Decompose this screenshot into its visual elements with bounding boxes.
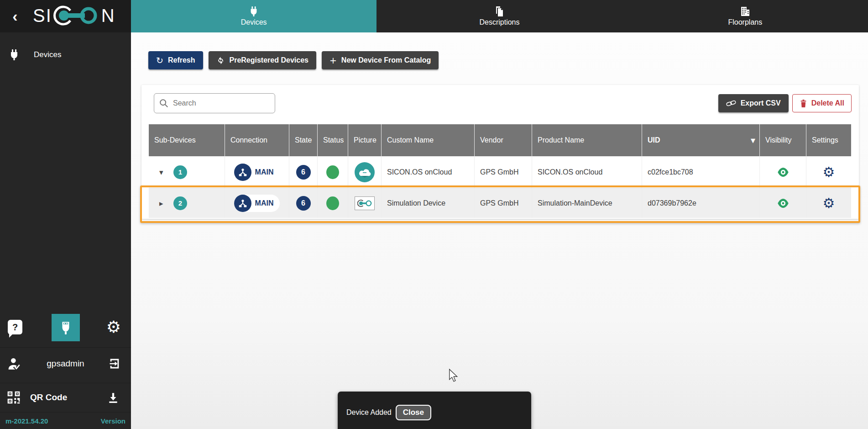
cell-visibility [760,188,806,218]
delete-all-label: Delete All [811,99,844,107]
cell-picture [348,188,382,218]
plug-icon [59,320,73,335]
version-row: m-2021.54.20 Version [0,412,131,429]
preregistered-devices-button[interactable]: PreRegistered Devices [209,51,316,69]
settings-gear-icon[interactable]: ⚙ [823,196,835,210]
state-badge[interactable]: 6 [296,165,311,180]
column-header-custom-name[interactable]: Custom Name [382,124,475,156]
tab-label: Descriptions [479,18,519,26]
sort-desc-icon[interactable]: ▼ [751,137,755,144]
cell-status [318,156,348,188]
column-header-visibility[interactable]: Visibility [760,124,806,156]
mouse-cursor [448,369,460,382]
device-hub-icon [234,195,251,212]
column-header-uid[interactable]: UID ▼ [642,124,760,156]
column-header-product-name[interactable]: Product Name [532,124,642,156]
help-icon[interactable]: ? [8,320,22,334]
qr-code-icon[interactable] [6,390,21,405]
qr-code-label: QR Code [30,392,67,403]
plug-icon [249,6,259,17]
cell-custom-name: SICON.OS onCloud [382,156,475,188]
cell-product-name: Simulation-MainDevice [532,188,642,218]
tab-devices[interactable]: Devices [131,0,376,32]
tab-descriptions[interactable]: Descriptions [376,0,622,32]
sync-icon [216,56,225,65]
gear-icon[interactable]: ⚙ [106,317,121,337]
card-toolbar: Export CSV Delete All [141,85,859,113]
user-row: gpsadmin [0,347,131,379]
cell-uid: d07369b7962e [642,188,760,218]
sidebar-item-devices[interactable]: Devices [0,43,131,67]
column-header-sub-devices[interactable]: Sub-Devices [149,124,225,156]
expand-row-icon[interactable]: ▸ [159,199,167,208]
new-device-from-catalog-button[interactable]: + New Device From Catalog [322,51,439,69]
refresh-button[interactable]: ↻ Refresh [148,51,203,69]
preregistered-label: PreRegistered Devices [230,56,309,64]
table-header-row: Sub-Devices Connection State Status Pict… [149,124,851,156]
version-label: Version [101,417,125,425]
sicon-link-logo [355,196,375,210]
devices-mode-button[interactable] [52,314,80,341]
status-online-dot [326,165,339,179]
plug-icon [8,49,20,61]
column-header-vendor[interactable]: Vendor [475,124,532,156]
state-badge[interactable]: 6 [296,196,311,211]
sicon-logo: SI N [33,5,115,26]
toast-message: Device Added [346,408,392,417]
cell-uid: c02fce1bc708 [642,156,760,188]
uid-header-label: UID [648,136,660,144]
logo-band: ‹ SI N [0,0,131,32]
cell-picture [348,156,382,188]
cell-sub-devices: ▸ 2 [149,188,225,218]
status-online-dot [326,196,339,210]
cell-product-name: SICON.OS onCloud [532,156,642,188]
device-hub-icon [234,164,251,181]
settings-gear-icon[interactable]: ⚙ [823,165,835,179]
connection-chip[interactable]: MAIN [234,164,280,181]
visibility-eye-icon[interactable] [777,167,790,178]
cell-settings: ⚙ [806,156,851,188]
refresh-label: Refresh [168,56,195,64]
logo-text-left: SI [33,5,52,26]
sicon-cloud-logo [355,162,375,182]
main-content: ↻ Refresh PreRegistered Devices + New De… [131,32,868,429]
qr-row: QR Code [0,383,131,411]
cell-connection: MAIN [225,156,289,188]
sidebar-item-label: Devices [34,50,61,59]
action-toolbar: ↻ Refresh PreRegistered Devices + New De… [148,51,439,69]
column-header-status[interactable]: Status [318,124,348,156]
visibility-eye-icon[interactable] [777,198,790,209]
connection-chip[interactable]: MAIN [234,195,280,212]
toast-notification: Device Added Close [338,392,531,429]
documents-icon [494,6,505,17]
sub-device-count-badge[interactable]: 2 [173,196,187,210]
column-header-settings[interactable]: Settings [806,124,851,156]
tab-floorplans[interactable]: Floorplans [622,0,868,32]
devices-table: Sub-Devices Connection State Status Pict… [149,124,851,218]
connection-label: MAIN [255,199,274,207]
search-input[interactable] [173,99,270,107]
sub-device-count-badge[interactable]: 1 [173,165,187,179]
cell-connection: MAIN [225,188,289,218]
column-header-state[interactable]: State [289,124,318,156]
devices-card: Export CSV Delete All Sub-Devices Connec… [141,85,859,219]
device-row-sicon-os-oncloud[interactable]: ▾ 1 [149,156,851,188]
logo-text-right: N [101,5,115,26]
cell-visibility [760,156,806,188]
collapse-sidebar-button[interactable]: ‹ [7,6,23,26]
export-csv-button[interactable]: Export CSV [718,94,789,112]
collapse-row-icon[interactable]: ▾ [159,168,167,177]
column-header-connection[interactable]: Connection [225,124,289,156]
delete-all-button[interactable]: Delete All [792,94,852,112]
tab-label: Floorplans [728,18,762,26]
refresh-icon: ↻ [156,55,163,65]
cell-status [318,188,348,218]
download-icon[interactable] [107,391,119,404]
logo-link-icon [53,5,100,26]
cell-state: 6 [289,188,318,218]
toast-close-button[interactable]: Close [396,405,431,420]
column-header-picture[interactable]: Picture [348,124,382,156]
device-row-simulation-device[interactable]: ▸ 2 [149,188,851,218]
logout-icon[interactable] [108,357,121,370]
tab-bar: Devices Descriptions F [131,0,868,32]
